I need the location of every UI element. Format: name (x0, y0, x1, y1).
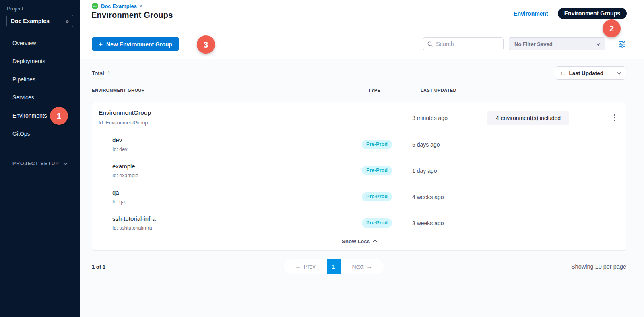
chevron-down-icon (63, 161, 67, 165)
column-header-last-updated: LAST UPDATED (421, 88, 456, 93)
project-label: Project (7, 6, 80, 12)
sidebar-item-overview[interactable]: Overview (0, 34, 80, 52)
main-area: ∞ Doc Examples > Environment Groups Envi… (80, 0, 644, 317)
breadcrumb-project-link[interactable]: Doc Examples (101, 3, 137, 9)
environment-count-badge: 4 environment(s) included (487, 111, 569, 125)
project-selector[interactable]: Doc Examples » (6, 15, 73, 27)
chevron-down-icon (617, 70, 621, 75)
plus-icon: + (99, 40, 103, 48)
pagination: ← Prev 1 Next → (284, 259, 384, 274)
environment-row-dev[interactable]: dev Id: dev Pre-Prod 5 days ago (92, 131, 626, 157)
sidebar-item-project-setup[interactable]: PROJECT SETUP (12, 161, 80, 166)
app-root: Project Doc Examples » Overview Deployme… (0, 0, 644, 317)
environment-last-updated: 1 day ago (412, 168, 437, 174)
chevron-up-icon (373, 240, 377, 244)
table-header-row: ENVIRONMENT GROUP TYPE LAST UPDATED (92, 88, 626, 93)
expand-sidebar-icon[interactable]: » (66, 17, 69, 24)
environment-row-ssh-tutorial-infra[interactable]: ssh-tutorial-infra Id: sshtutorialinfra … (92, 210, 626, 236)
sidebar-item-deployments[interactable]: Deployments (0, 52, 80, 70)
view-tabs: Environment Environment Groups (514, 8, 627, 19)
per-page-info: Showing 10 per page (571, 263, 626, 270)
show-less-label: Show Less (342, 238, 370, 244)
prev-label: Prev (304, 263, 316, 270)
breadcrumb-separator: > (140, 3, 142, 9)
page-header: ∞ Doc Examples > Environment Groups Envi… (80, 0, 644, 27)
left-arrow-icon: ← (295, 263, 301, 270)
sort-arrows-icon: ↑↓ (560, 70, 565, 76)
annotation-badge-3: 3 (197, 35, 215, 54)
tab-environment-groups[interactable]: Environment Groups (558, 8, 627, 19)
tab-environment[interactable]: Environment (514, 10, 548, 17)
content-top-bar: Total: 1 ↑↓ Last Updated (92, 66, 626, 80)
environment-group-card: EnvironmentGroup Id: EnvironmentGroup 3 … (92, 102, 626, 251)
show-less-button[interactable]: Show Less (92, 236, 626, 250)
environment-type-badge: Pre-Prod (362, 218, 392, 228)
environment-last-updated: 4 weeks ago (412, 194, 444, 200)
environment-last-updated: 3 weeks ago (412, 220, 444, 226)
page-title: Environment Groups (91, 10, 173, 20)
right-arrow-icon: → (366, 263, 372, 270)
sidebar-nav: Overview Deployments Pipelines Services … (0, 27, 80, 143)
environment-group-row[interactable]: EnvironmentGroup Id: EnvironmentGroup 3 … (92, 102, 626, 131)
content-area: Total: 1 ↑↓ Last Updated ENVIRONMENT GRO… (80, 59, 644, 317)
search-input[interactable] (436, 41, 499, 47)
toolbar-right: No Filter Saved (423, 37, 626, 50)
environment-row-example[interactable]: example Id: example Pre-Prod 1 day ago (92, 157, 626, 184)
new-environment-group-label: New Environment Group (106, 41, 172, 48)
sidebar-item-pipelines[interactable]: Pipelines (0, 70, 80, 88)
filter-saved-label: No Filter Saved (514, 41, 553, 47)
search-icon (427, 41, 433, 47)
sidebar-item-label: Environments (12, 112, 47, 119)
project-setup-label: PROJECT SETUP (12, 161, 59, 166)
breadcrumb[interactable]: ∞ Doc Examples > (92, 3, 142, 9)
environment-type-badge: Pre-Prod (362, 140, 392, 149)
sidebar-item-label: Services (12, 94, 34, 101)
search-box (423, 37, 504, 50)
environment-last-updated: 5 days ago (412, 141, 440, 148)
page-1-button[interactable]: 1 (327, 259, 341, 274)
environment-row-qa[interactable]: qa Id: qa Pre-Prod 4 weeks ago (92, 184, 626, 210)
sidebar-item-gitops[interactable]: GitOps (0, 124, 80, 143)
new-environment-group-button[interactable]: + New Environment Group (92, 37, 179, 51)
column-header-environment-group: ENVIRONMENT GROUP (92, 88, 144, 93)
sidebar-divider (12, 150, 68, 150)
sidebar-item-label: Deployments (12, 58, 45, 64)
sidebar-item-label: Overview (12, 40, 36, 46)
filter-sliders-icon (618, 41, 626, 48)
filter-saved-dropdown[interactable]: No Filter Saved (509, 37, 605, 50)
sidebar-item-services[interactable]: Services (0, 88, 80, 106)
sort-label: Last Updated (569, 70, 603, 76)
sidebar-item-label: Pipelines (12, 76, 35, 83)
sort-dropdown[interactable]: ↑↓ Last Updated (555, 66, 626, 80)
prev-button[interactable]: ← Prev (284, 259, 327, 274)
annotation-badge-1: 1 (50, 107, 68, 125)
next-label: Next (352, 263, 364, 270)
kebab-menu-icon[interactable] (611, 113, 619, 122)
environment-type-badge: Pre-Prod (362, 192, 392, 201)
cd-module-icon: ∞ (92, 3, 98, 9)
toolbar: + New Environment Group No Filter Saved (80, 27, 644, 59)
annotation-badge-2: 2 (603, 19, 621, 37)
filter-settings-button[interactable] (618, 41, 626, 48)
next-button[interactable]: Next → (341, 259, 384, 274)
column-header-type: TYPE (368, 88, 380, 93)
project-selector-name: Doc Examples (11, 18, 50, 24)
sidebar-item-label: GitOps (12, 131, 30, 137)
chevron-down-icon (597, 41, 601, 46)
pagination-row: 1 of 1 ← Prev 1 Next → Showing 10 per pa… (92, 259, 626, 274)
environment-type-badge: Pre-Prod (362, 166, 392, 175)
group-last-updated: 3 minutes ago (412, 115, 448, 121)
total-count: Total: 1 (92, 70, 111, 77)
page-info: 1 of 1 (92, 264, 105, 270)
sidebar: Project Doc Examples » Overview Deployme… (0, 0, 80, 317)
